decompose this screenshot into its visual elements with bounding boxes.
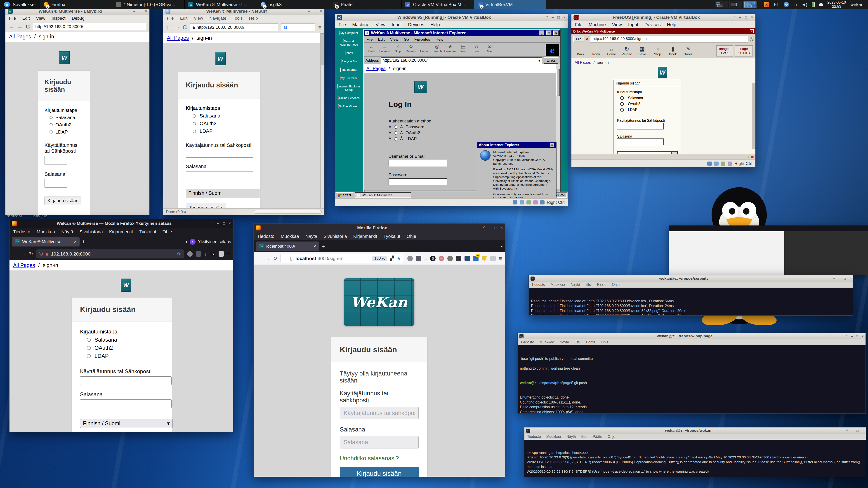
menu-item[interactable]: Pääte <box>597 283 607 287</box>
extensions-icon[interactable] <box>219 251 224 257</box>
menu-item[interactable]: Ohje <box>407 234 416 239</box>
s-extension-icon[interactable]: S <box>430 256 436 261</box>
taskbar-item-firefox[interactable]: Firefox 3 <box>40 0 112 9</box>
menu-item[interactable]: Ohje <box>608 435 615 439</box>
workspace-pager[interactable] <box>712 0 759 9</box>
win95-desktop-icon[interactable]: Online Services <box>336 96 361 100</box>
username-input[interactable] <box>340 407 418 419</box>
tracker-shield-icon[interactable] <box>196 251 201 257</box>
toolbar-button[interactable]: →Forward <box>378 43 391 53</box>
tab-close-icon[interactable]: × <box>74 239 76 244</box>
shade-icon[interactable]: – <box>851 334 853 338</box>
all-pages-link[interactable]: All Pages <box>575 60 591 65</box>
forward-icon[interactable]: → <box>21 251 26 257</box>
workspace-3-active[interactable] <box>743 1 756 8</box>
notification-bell-icon[interactable] <box>819 3 823 6</box>
vbox-titlebar[interactable]: 95 Windows 95 [Running] - Oracle VM Virt… <box>335 14 568 21</box>
multi-account-icon[interactable] <box>439 256 444 261</box>
menu-item[interactable]: Help <box>430 22 440 27</box>
password-input[interactable] <box>186 171 253 179</box>
network-traffic-icon[interactable]: ↑↓ <box>794 2 797 7</box>
forward-icon[interactable]: ⇒ <box>175 24 180 31</box>
forward-icon[interactable]: → <box>17 24 23 30</box>
shade-icon[interactable]: – <box>308 9 310 13</box>
close-icon[interactable]: × <box>145 9 147 13</box>
radio-option[interactable]: ÂÂLDAP <box>389 136 560 141</box>
minimize-icon[interactable]: ^ <box>734 15 736 20</box>
reload-icon[interactable]: C <box>26 24 30 30</box>
menu-item[interactable]: Pääte <box>593 435 602 439</box>
keyboard-layout-indicator[interactable]: FI <box>774 2 779 7</box>
radio-option[interactable]: LDAP <box>50 129 84 135</box>
menu-item[interactable]: Sivuhistoria <box>323 234 347 239</box>
hp-icon[interactable]: hp <box>784 2 789 7</box>
close-icon[interactable]: × <box>500 226 503 230</box>
radio-icon[interactable] <box>394 131 397 135</box>
menu-item[interactable]: View <box>194 16 203 21</box>
terminal-titlebar[interactable]: >_ wekan@z: ~/repos/serenity ^–□× <box>529 275 853 282</box>
menu-item[interactable]: Sivuhistoria <box>79 229 103 234</box>
password-input[interactable] <box>617 138 664 145</box>
radio-option[interactable]: Salasana <box>50 115 84 120</box>
radio-icon[interactable] <box>50 130 53 133</box>
minimize-icon[interactable]: ^ <box>303 9 305 13</box>
login-button[interactable]: Kirjaudu sisään <box>186 203 226 208</box>
radio-icon[interactable] <box>87 346 91 350</box>
reload-icon[interactable]: C <box>183 24 187 31</box>
shade-icon[interactable]: – <box>739 15 741 20</box>
radio-option[interactable]: OAuth2 <box>87 345 164 351</box>
firefox-titlebar[interactable]: WeKan ® Multiverse — Mozilla Firefox Yks… <box>9 219 233 228</box>
radio-icon[interactable] <box>394 125 397 129</box>
radio-icon[interactable] <box>87 354 91 358</box>
all-pages-link[interactable]: All Pages <box>13 262 35 268</box>
maximize-icon[interactable]: □ <box>495 226 497 230</box>
toolbar-button[interactable]: ✎Tools <box>682 46 695 56</box>
dropdown-icon[interactable]: ▾ <box>671 152 677 154</box>
username-input[interactable] <box>44 156 67 164</box>
workspace-1[interactable] <box>715 1 728 8</box>
toolbar-button[interactable]: ×Stop <box>651 46 664 56</box>
search-icon[interactable]: ◎ <box>750 36 754 41</box>
menu-item[interactable]: File <box>575 22 582 27</box>
menu-item[interactable]: Näytä <box>571 283 580 287</box>
menu-item[interactable]: File <box>366 37 373 42</box>
menu-item[interactable]: Input <box>628 22 638 27</box>
extensions-icon[interactable] <box>490 256 496 261</box>
menu-item[interactable]: Devices <box>408 22 424 27</box>
menu-item[interactable]: Tools <box>232 16 243 21</box>
forgot-password-link[interactable]: Unohditko salasanasi? <box>340 455 399 462</box>
radio-option[interactable]: ÂÂPassword <box>389 125 560 129</box>
radio-option[interactable]: Salasana <box>620 96 677 100</box>
radio-option[interactable]: LDAP <box>193 128 252 134</box>
links-button[interactable]: Links <box>544 57 558 64</box>
clock[interactable]: 2023-05-1022:53 <box>827 0 846 8</box>
menu-item[interactable]: Help <box>667 22 676 27</box>
language-select[interactable]: Finnish / Suomi▾ <box>80 419 173 428</box>
toolbar-button[interactable]: ×Stop <box>391 43 404 53</box>
taskbar-item-terminal[interactable]: $ Pääte 5 <box>329 0 401 9</box>
back-icon[interactable]: ← <box>8 24 14 30</box>
all-pages-link[interactable]: All Pages <box>167 35 189 41</box>
win95-desktop-icon[interactable]: The Internet <box>336 68 361 72</box>
maximize-icon[interactable]: □ <box>139 9 141 13</box>
menu-item[interactable]: Tiedosto <box>520 340 534 344</box>
menu-item[interactable]: View <box>36 16 45 21</box>
language-select[interactable]: Finnish / Suomi ▾ <box>617 151 678 154</box>
scrollbar[interactable] <box>752 84 755 149</box>
battery-icon[interactable] <box>812 2 815 7</box>
minimize-icon[interactable]: ^ <box>846 429 848 432</box>
reader-grid-icon[interactable]: ▞ <box>390 256 394 261</box>
menu-item[interactable]: Favorites <box>414 37 430 42</box>
menu-item[interactable]: File <box>339 22 346 27</box>
radio-icon[interactable] <box>87 338 91 342</box>
toolbar-button[interactable]: ▦Save <box>636 46 649 56</box>
list-menu-icon[interactable]: ≡ <box>318 24 321 30</box>
password-input[interactable] <box>44 179 67 188</box>
login-button[interactable]: Kirjaudu sisään <box>340 467 418 477</box>
password-input[interactable] <box>389 178 447 185</box>
scrollbar[interactable] <box>320 33 324 208</box>
toolbar-button[interactable]: AFont <box>470 43 483 53</box>
radio-option[interactable]: Salasana <box>193 113 252 119</box>
shade-icon[interactable]: – <box>217 221 219 226</box>
username-input[interactable] <box>617 123 664 129</box>
